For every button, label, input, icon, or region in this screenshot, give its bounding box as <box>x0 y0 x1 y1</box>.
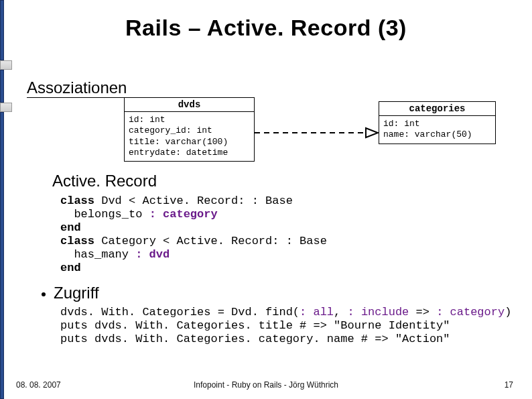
footer-center: Infopoint - Ruby on Rails - Jörg Wüthric… <box>0 380 532 390</box>
table-dvds-cols: id: int category_id: int title: varchar(… <box>124 112 255 162</box>
table-dvds: dvds id: int category_id: int title: var… <box>124 97 255 162</box>
section-assoziationen: Assoziationen <box>27 78 127 97</box>
table-categories-cols: id: int name: varchar(50) <box>379 116 496 144</box>
underline <box>27 97 129 98</box>
association-arrow <box>255 127 379 139</box>
left-decor-strip <box>0 0 12 399</box>
table-dvds-name: dvds <box>124 97 255 112</box>
table-categories: categories id: int name: varchar(50) <box>379 101 496 144</box>
section-zugriff: Zugriff <box>42 284 99 302</box>
table-categories-name: categories <box>379 101 496 116</box>
footer-page-number: 17 <box>505 380 513 390</box>
svg-marker-1 <box>366 128 378 137</box>
slide-title: Rails – Active. Record (3) <box>0 15 532 41</box>
bullet-icon <box>42 292 46 296</box>
code-access-example: dvds. With. Categories = Dvd. find(: all… <box>60 306 528 346</box>
section-activerecord: Active. Record <box>52 172 157 190</box>
code-model-definitions: class Dvd < Active. Record: : Base belon… <box>60 194 528 275</box>
